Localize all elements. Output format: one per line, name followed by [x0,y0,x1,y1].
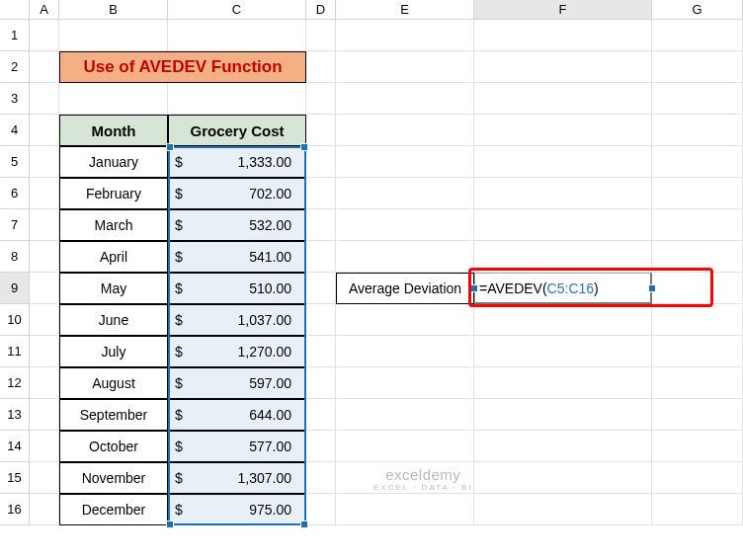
cell-A13[interactable] [30,399,59,431]
cell-D14[interactable] [306,431,336,462]
cell-F13[interactable] [474,399,652,431]
cell-E8[interactable] [336,241,474,273]
cell-G9[interactable] [652,273,743,304]
cell-G6[interactable] [652,178,743,209]
cost-cell[interactable]: $597.00 [168,367,306,399]
cell-F4[interactable] [474,115,652,146]
cell-G1[interactable] [652,20,743,51]
cell-A15[interactable] [30,462,59,494]
cell-G8[interactable] [652,241,743,273]
cell-E2[interactable] [336,51,474,83]
cell-D13[interactable] [306,399,336,431]
cell-A3[interactable] [30,83,59,115]
cell-E12[interactable] [336,367,474,399]
cell-B1[interactable] [59,20,168,51]
month-cell[interactable]: December [59,494,168,525]
cell-A4[interactable] [30,115,59,146]
cell-A11[interactable] [30,336,59,367]
cell-F2[interactable] [474,51,652,83]
cell-D8[interactable] [306,241,336,273]
col-header-E[interactable]: E [336,0,474,20]
avg-deviation-label[interactable]: Average Deviation [336,273,474,304]
row-header-4[interactable]: 4 [0,115,30,146]
cell-A14[interactable] [30,431,59,462]
row-header-10[interactable]: 10 [0,304,30,336]
cell-F15[interactable] [474,462,652,494]
col-header-F[interactable]: F [474,0,652,20]
cell-G15[interactable] [652,462,743,494]
cell-D9[interactable] [306,273,336,304]
row-header-5[interactable]: 5 [0,146,30,178]
cell-D10[interactable] [306,304,336,336]
month-cell[interactable]: October [59,431,168,462]
col-header-B[interactable]: B [59,0,168,20]
col-header-C[interactable]: C [168,0,306,20]
cell-G2[interactable] [652,51,743,83]
cell-E1[interactable] [336,20,474,51]
cell-A10[interactable] [30,304,59,336]
header-cost[interactable]: Grocery Cost [168,115,306,146]
cell-F12[interactable] [474,367,652,399]
cost-cell[interactable]: $1,333.00 [168,146,306,178]
cell-G5[interactable] [652,146,743,178]
row-header-1[interactable]: 1 [0,20,30,51]
month-cell[interactable]: January [59,146,168,178]
cost-cell[interactable]: $1,307.00 [168,462,306,494]
cost-cell[interactable]: $532.00 [168,209,306,241]
cell-F14[interactable] [474,431,652,462]
col-header-D[interactable]: D [306,0,336,20]
cell-D12[interactable] [306,367,336,399]
cell-E15[interactable] [336,462,474,494]
cost-cell[interactable]: $1,270.00 [168,336,306,367]
cell-E7[interactable] [336,209,474,241]
cell-E5[interactable] [336,146,474,178]
month-cell[interactable]: May [59,273,168,304]
cost-cell[interactable]: $975.00 [168,494,306,525]
cell-D16[interactable] [306,494,336,525]
header-month[interactable]: Month [59,115,168,146]
cell-A12[interactable] [30,367,59,399]
cell-G10[interactable] [652,304,743,336]
row-header-16[interactable]: 16 [0,494,30,525]
cell-G3[interactable] [652,83,743,115]
row-header-12[interactable]: 12 [0,367,30,399]
cell-D7[interactable] [306,209,336,241]
cost-cell[interactable]: $644.00 [168,399,306,431]
cell-D11[interactable] [306,336,336,367]
cell-E13[interactable] [336,399,474,431]
cell-E11[interactable] [336,336,474,367]
cell-A9[interactable] [30,273,59,304]
col-header-A[interactable]: A [30,0,59,20]
cell-F8[interactable] [474,241,652,273]
month-cell[interactable]: September [59,399,168,431]
cell-D6[interactable] [306,178,336,209]
cell-E3[interactable] [336,83,474,115]
cell-A5[interactable] [30,146,59,178]
cost-cell[interactable]: $577.00 [168,431,306,462]
cell-E10[interactable] [336,304,474,336]
cell-F3[interactable] [474,83,652,115]
cost-cell[interactable]: $702.00 [168,178,306,209]
row-header-15[interactable]: 15 [0,462,30,494]
cell-D2[interactable] [306,51,336,83]
cell-D5[interactable] [306,146,336,178]
col-header-G[interactable]: G [652,0,743,20]
cell-D1[interactable] [306,20,336,51]
cell-B3[interactable] [59,83,168,115]
cell-A2[interactable] [30,51,59,83]
cell-G14[interactable] [652,431,743,462]
cell-C1[interactable] [168,20,306,51]
cell-E4[interactable] [336,115,474,146]
cell-G11[interactable] [652,336,743,367]
cell-F16[interactable] [474,494,652,525]
cost-cell[interactable]: $510.00 [168,273,306,304]
formula-cell[interactable]: =AVEDEV(C5:C16) [474,273,652,304]
row-header-2[interactable]: 2 [0,51,30,83]
cell-D4[interactable] [306,115,336,146]
row-header-7[interactable]: 7 [0,209,30,241]
month-cell[interactable]: November [59,462,168,494]
row-header-11[interactable]: 11 [0,336,30,367]
cell-A1[interactable] [30,20,59,51]
cell-A16[interactable] [30,494,59,525]
cell-F10[interactable] [474,304,652,336]
